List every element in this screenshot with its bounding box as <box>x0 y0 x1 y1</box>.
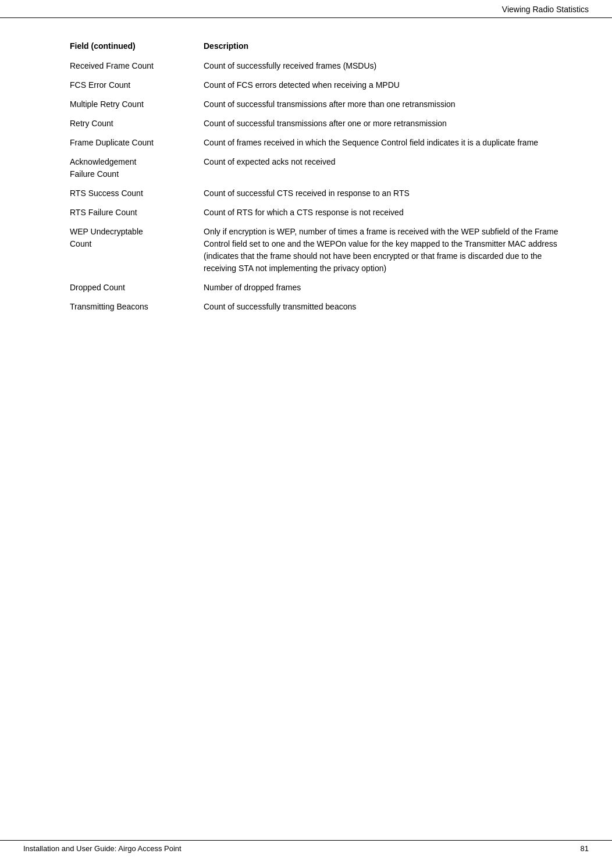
field-cell: RTS Failure Count <box>70 207 204 219</box>
col-desc-header: Description <box>204 41 565 51</box>
desc-cell: Count of successful CTS received in resp… <box>204 187 565 200</box>
table-header-row: Field (continued) Description <box>70 41 565 51</box>
field-cell: Frame Duplicate Count <box>70 137 204 149</box>
table-row: AcknowledgementFailure CountCount of exp… <box>70 152 565 184</box>
desc-cell: Count of RTS for which a CTS response is… <box>204 207 565 219</box>
table-container: Field (continued) Description Received F… <box>70 41 565 316</box>
desc-cell: Count of frames received in which the Se… <box>204 137 565 149</box>
table-row: Dropped CountNumber of dropped frames <box>70 278 565 297</box>
table-row: FCS Error CountCount of FCS errors detec… <box>70 76 565 95</box>
desc-cell: Only if encryption is WEP, number of tim… <box>204 226 565 275</box>
page-footer: Installation and User Guide: Airgo Acces… <box>0 840 612 856</box>
field-cell: Received Frame Count <box>70 60 204 72</box>
table-row: WEP UndecryptableCountOnly if encryption… <box>70 222 565 278</box>
desc-cell: Number of dropped frames <box>204 282 565 294</box>
footer-right: 81 <box>581 844 589 853</box>
field-cell: RTS Success Count <box>70 187 204 200</box>
col-field-header: Field (continued) <box>70 41 204 51</box>
desc-cell: Count of successfully transmitted beacon… <box>204 301 565 313</box>
header-title: Viewing Radio Statistics <box>502 5 589 14</box>
table-row: RTS Failure CountCount of RTS for which … <box>70 203 565 222</box>
field-cell: FCS Error Count <box>70 79 204 91</box>
desc-cell: Count of FCS errors detected when receiv… <box>204 79 565 91</box>
field-cell: Retry Count <box>70 118 204 130</box>
desc-cell: Count of successful transmissions after … <box>204 118 565 130</box>
field-cell: AcknowledgementFailure Count <box>70 156 204 180</box>
desc-cell: Count of successfully received frames (M… <box>204 60 565 72</box>
table-row: Retry CountCount of successful transmiss… <box>70 114 565 133</box>
table-row: Received Frame CountCount of successfull… <box>70 56 565 76</box>
page-content: Field (continued) Description Received F… <box>0 18 612 351</box>
table-row: Frame Duplicate CountCount of frames rec… <box>70 133 565 152</box>
desc-cell: Count of successful transmissions after … <box>204 98 565 111</box>
field-cell: Multiple Retry Count <box>70 98 204 111</box>
table-row: Transmitting BeaconsCount of successfull… <box>70 297 565 316</box>
desc-cell: Count of expected acks not received <box>204 156 565 180</box>
footer-left: Installation and User Guide: Airgo Acces… <box>23 844 182 853</box>
field-cell: Transmitting Beacons <box>70 301 204 313</box>
table-row: Multiple Retry CountCount of successful … <box>70 95 565 114</box>
field-cell: WEP UndecryptableCount <box>70 226 204 275</box>
table-row: RTS Success CountCount of successful CTS… <box>70 184 565 203</box>
table-rows: Received Frame CountCount of successfull… <box>70 56 565 316</box>
field-cell: Dropped Count <box>70 282 204 294</box>
page-header: Viewing Radio Statistics <box>0 0 612 18</box>
